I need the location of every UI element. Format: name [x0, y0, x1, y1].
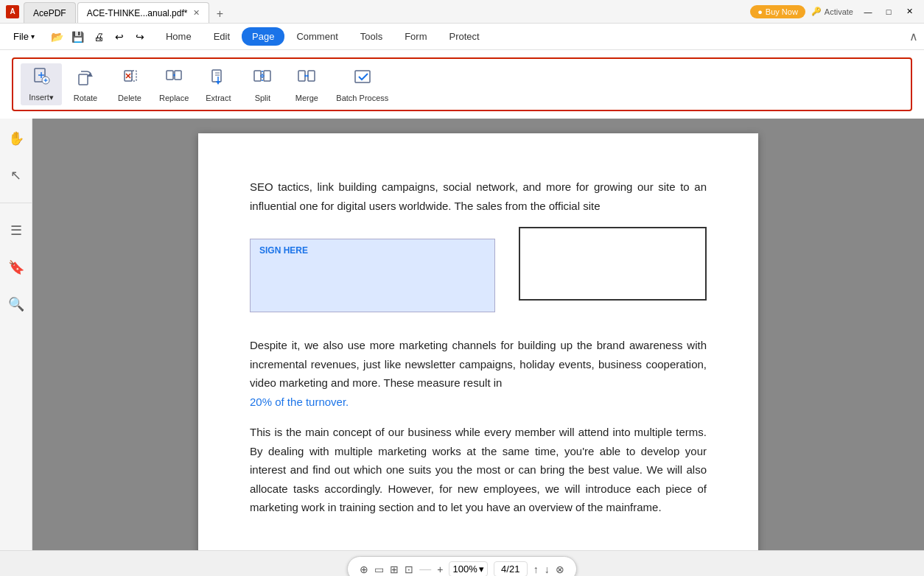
app-logo: A	[6, 5, 19, 18]
svg-rect-21	[254, 71, 261, 81]
maximize-button[interactable]: □	[880, 3, 897, 21]
sidebar-search-icon[interactable]: 🔍	[4, 292, 29, 317]
activate-button[interactable]: 🔑 Activate	[811, 7, 853, 16]
svg-rect-22	[264, 71, 270, 81]
doc-link-turnover[interactable]: 20% of the turnover.	[250, 396, 349, 408]
rotate-icon	[75, 67, 96, 92]
divider-1: —	[419, 563, 431, 576]
doc-para-2: Despite it, we also use more marketing c…	[250, 336, 707, 411]
svg-marker-18	[216, 81, 220, 85]
zoom-selector[interactable]: 100% ▾	[449, 561, 487, 576]
tab-tools[interactable]: Tools	[350, 27, 393, 46]
toolbar-merge[interactable]: Merge	[286, 64, 327, 105]
menu-file-arrow: ▾	[31, 32, 35, 41]
tab-list: AcePDF ACE-THINKE...anual.pdf* ✕ +	[24, 0, 750, 23]
sign-row: SIGN HERE	[250, 227, 707, 324]
split-label: Split	[255, 94, 270, 102]
quick-access-icons: 📂 💾 🖨 ↩ ↪	[48, 27, 150, 46]
buy-now-button[interactable]: ● Buy Now	[750, 5, 805, 18]
svg-rect-26	[298, 71, 305, 81]
merge-label: Merge	[295, 94, 318, 102]
page-view-icon[interactable]: ▭	[374, 563, 384, 575]
svg-rect-7	[79, 74, 88, 85]
sidebar-bookmarks-icon[interactable]: 🔖	[4, 255, 29, 280]
toolbar-extract[interactable]: Extract	[197, 64, 239, 105]
document-page: SEO tactics, link building campaigns, so…	[198, 133, 758, 550]
document-area[interactable]: SEO tactics, link building campaigns, so…	[32, 119, 924, 550]
open-folder-icon[interactable]: 📂	[48, 27, 67, 46]
tab-home[interactable]: Home	[155, 27, 202, 46]
sidebar-pages-icon[interactable]: ☰	[6, 218, 27, 243]
nav-tabs: Home Edit Page Comment Tools Form Protec…	[155, 27, 909, 46]
merge-icon	[296, 67, 317, 92]
toolbar-delete[interactable]: Delete	[109, 64, 150, 105]
svg-rect-13	[175, 71, 181, 80]
svg-rect-12	[167, 71, 173, 80]
zoom-dropdown-icon: ▾	[479, 563, 484, 575]
print-icon[interactable]: 🖨	[89, 27, 108, 46]
close-button[interactable]: ✕	[900, 3, 918, 21]
window-controls: — □ ✕	[859, 3, 918, 21]
two-page-icon[interactable]: ⊞	[390, 563, 399, 575]
sidebar-select-tool[interactable]: ↖	[6, 163, 26, 188]
tab-document[interactable]: ACE-THINKE...anual.pdf* ✕	[77, 2, 210, 23]
batch-process-label: Batch Process	[336, 94, 388, 102]
svg-rect-27	[308, 71, 315, 81]
toolbar-batch-process[interactable]: Batch Process	[330, 64, 394, 105]
replace-icon	[164, 67, 184, 92]
activate-icon: 🔑	[811, 7, 822, 16]
status-bar: ⊕ ▭ ⊞ ⊡ — + 100% ▾ ↑ ↓ ⊗	[0, 550, 924, 576]
zoom-out-icon[interactable]: +	[437, 563, 443, 575]
page-input[interactable]	[494, 561, 528, 576]
tab-protect[interactable]: Protect	[438, 27, 489, 46]
sign-empty-box[interactable]	[519, 227, 707, 301]
tab-page[interactable]: Page	[242, 27, 284, 46]
activate-label: Activate	[825, 7, 853, 16]
split-icon	[252, 67, 273, 92]
replace-label: Replace	[159, 94, 189, 102]
title-bar-right: ● Buy Now 🔑 Activate — □ ✕	[750, 3, 918, 21]
svg-rect-31	[355, 71, 370, 82]
page-up-icon[interactable]: ↑	[533, 563, 539, 575]
page-toolbar: Insert▾ Rotate Delet	[12, 57, 912, 111]
toolbar-replace[interactable]: Replace	[153, 64, 195, 105]
fit-page-icon[interactable]: ⊡	[405, 563, 413, 575]
bottom-toolbar: ⊕ ▭ ⊞ ⊡ — + 100% ▾ ↑ ↓ ⊗	[347, 556, 576, 576]
delete-label: Delete	[118, 94, 141, 102]
doc-para-1: SEO tactics, link building campaigns, so…	[250, 178, 707, 215]
collapse-ribbon-button[interactable]: ∧	[909, 29, 918, 43]
tab-acepdf[interactable]: AcePDF	[24, 2, 76, 23]
new-tab-button[interactable]: +	[211, 5, 228, 23]
menu-file[interactable]: File ▾	[6, 28, 42, 45]
menu-file-label: File	[13, 31, 29, 42]
sign-here-label: SIGN HERE	[259, 245, 486, 256]
doc-para-3: This is the main concept of our business…	[250, 423, 707, 517]
insert-icon	[31, 66, 52, 91]
buy-now-label: Buy Now	[766, 7, 798, 16]
tab-close-icon[interactable]: ✕	[193, 8, 200, 18]
tab-document-label: ACE-THINKE...anual.pdf*	[87, 8, 188, 18]
batch-process-icon	[352, 67, 373, 92]
tab-comment[interactable]: Comment	[286, 27, 348, 46]
close-statusbar-icon[interactable]: ⊗	[556, 563, 564, 575]
toolbar-container: Insert▾ Rotate Delet	[0, 50, 924, 119]
sign-here-box[interactable]: SIGN HERE	[250, 239, 495, 312]
extract-icon	[208, 67, 228, 92]
zoom-value: 100%	[452, 563, 477, 575]
toolbar-split[interactable]: Split	[242, 64, 283, 105]
delete-icon	[119, 67, 140, 92]
tab-edit[interactable]: Edit	[203, 27, 240, 46]
sidebar-hand-tool[interactable]: ✋	[4, 126, 29, 151]
minimize-button[interactable]: —	[859, 3, 877, 21]
undo-icon[interactable]: ↩	[110, 27, 129, 46]
toolbar-insert[interactable]: Insert▾	[21, 63, 62, 105]
sidebar-divider	[0, 203, 32, 203]
redo-icon[interactable]: ↪	[130, 27, 150, 46]
tab-form[interactable]: Form	[394, 27, 437, 46]
save-icon[interactable]: 💾	[69, 27, 88, 46]
page-down-icon[interactable]: ↓	[545, 563, 550, 575]
svg-rect-11	[132, 71, 136, 81]
move-icon[interactable]: ⊕	[360, 563, 368, 575]
toolbar-rotate[interactable]: Rotate	[65, 64, 106, 105]
tab-acepdf-label: AcePDF	[33, 8, 66, 18]
